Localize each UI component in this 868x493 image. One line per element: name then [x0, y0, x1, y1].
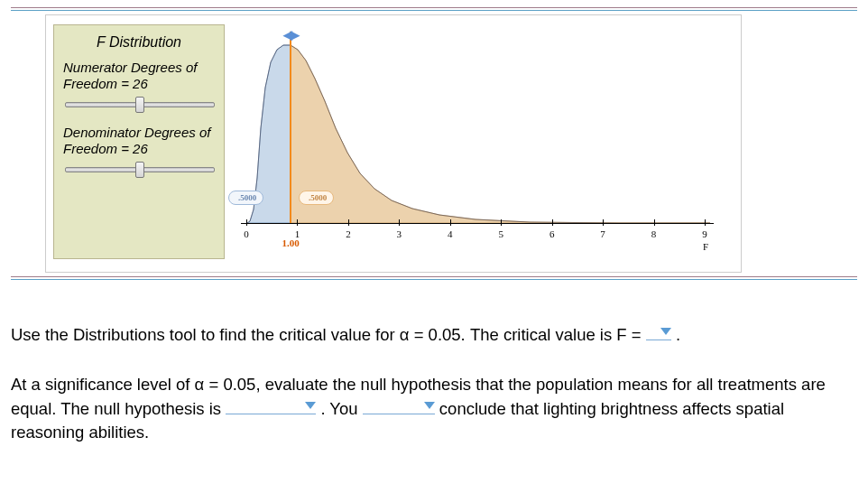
x-axis [241, 223, 714, 224]
axis-tick [297, 219, 298, 223]
axis-tick-label: 1 [295, 228, 300, 239]
axis-tick-label: 5 [498, 228, 503, 239]
axis-tick [654, 219, 655, 223]
slider-thumb[interactable] [135, 162, 144, 178]
axis-tick-label: 0 [244, 228, 249, 239]
numerator-df-label: Numerator Degrees of Freedom = 26 [63, 60, 215, 92]
caret-down-icon [305, 402, 316, 409]
axis-tick-label: 9 [702, 228, 707, 239]
axis-tick-label: 4 [448, 228, 453, 239]
axis-tick [348, 219, 349, 223]
caret-down-icon [424, 402, 435, 409]
chart-area: ◀▶ 1.00 .5000 .5000 F 0123456789 [232, 24, 719, 259]
denominator-df-label: Denominator Degrees of Freedom = 26 [63, 125, 215, 157]
axis-tick [450, 219, 451, 223]
axis-label: F [703, 241, 708, 252]
numerator-df-slider[interactable] [63, 98, 217, 112]
left-area-badge: .5000 [228, 191, 263, 205]
axis-tick [246, 219, 247, 223]
distribution-tool: F Distribution Numerator Degrees of Free… [45, 14, 742, 273]
axis-tick [705, 219, 706, 223]
axis-tick-label: 8 [651, 228, 657, 239]
critical-value-line[interactable] [290, 32, 291, 223]
top-rule [11, 7, 857, 11]
tool-title: F Distribution [63, 33, 215, 60]
q1-text: Use the Distributions tool to find the c… [11, 325, 642, 344]
axis-tick [603, 219, 604, 223]
question-block: Use the Distributions tool to find the c… [11, 323, 857, 445]
axis-tick-label: 7 [600, 228, 605, 239]
denominator-df-slider[interactable] [63, 163, 217, 177]
conclusion-dropdown[interactable] [363, 398, 435, 414]
axis-tick-label: 2 [346, 228, 351, 239]
right-area-badge: .5000 [299, 191, 334, 205]
axis-tick-label: 6 [549, 228, 555, 239]
slider-thumb[interactable] [135, 97, 144, 113]
bottom-rule [11, 276, 857, 280]
caret-down-icon [660, 328, 671, 335]
critical-f-dropdown[interactable] [646, 324, 671, 340]
q1-period: . [676, 325, 680, 344]
axis-tick [399, 219, 400, 223]
axis-tick-label: 3 [397, 228, 402, 239]
axis-tick [501, 219, 502, 223]
control-panel: F Distribution Numerator Degrees of Free… [53, 24, 225, 259]
null-hypothesis-dropdown[interactable] [226, 398, 316, 414]
drag-handle-icon[interactable]: ◀▶ [283, 28, 298, 42]
q2-text-b: . You [320, 399, 357, 418]
axis-tick [552, 219, 553, 223]
